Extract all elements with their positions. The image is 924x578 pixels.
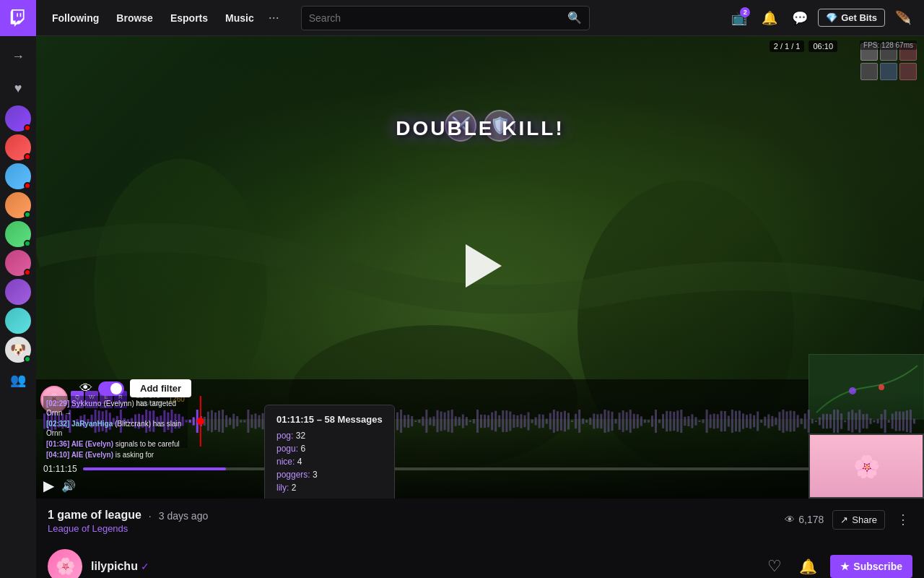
svg-rect-32	[131, 418, 133, 424]
svg-rect-132	[494, 411, 497, 432]
svg-rect-180	[669, 411, 671, 431]
svg-rect-188	[699, 420, 701, 422]
svg-rect-135	[505, 410, 507, 432]
share-button[interactable]: ↗ Share	[832, 510, 885, 530]
play-button[interactable]	[451, 237, 509, 298]
svg-rect-152	[567, 413, 570, 429]
verified-badge: ✓	[141, 561, 149, 572]
play-pause-btn[interactable]: ▶	[43, 477, 54, 494]
svg-rect-236	[873, 420, 876, 422]
sidebar-avatar-8[interactable]	[5, 308, 31, 334]
svg-rect-110	[414, 420, 417, 422]
svg-rect-44	[175, 414, 177, 429]
streamer-info: lilypichu ✓	[91, 560, 754, 573]
svg-rect-15	[69, 410, 71, 433]
svg-rect-9	[47, 413, 49, 430]
svg-rect-157	[585, 420, 588, 423]
nav-esports[interactable]: Esports	[163, 8, 215, 28]
svg-rect-174	[648, 420, 650, 422]
svg-rect-156	[582, 418, 584, 424]
svg-rect-241	[892, 414, 894, 429]
sidebar-avatar-7[interactable]	[5, 279, 31, 305]
user-avatar-btn[interactable]: 🪶	[891, 6, 915, 30]
svg-rect-31	[127, 419, 129, 423]
volume-btn[interactable]: 🔊	[61, 479, 76, 493]
filter-toggle[interactable]	[98, 381, 124, 396]
eye-icon[interactable]: 👁	[79, 381, 92, 396]
streamer-name[interactable]: lilypichu	[91, 560, 138, 573]
live-indicator-1	[24, 124, 31, 131]
svg-rect-178	[662, 414, 664, 428]
svg-rect-126	[473, 419, 475, 423]
notifications-btn[interactable]: 🔔	[757, 6, 782, 30]
svg-rect-28	[116, 416, 118, 427]
svg-rect-122	[458, 417, 461, 426]
add-filter-button[interactable]: Add filter	[130, 379, 191, 397]
svg-rect-119	[448, 410, 450, 432]
video-game-tag[interactable]: League of Legends	[48, 523, 128, 534]
svg-marker-4	[466, 244, 502, 288]
sidebar-expand-btn[interactable]: →	[4, 42, 32, 71]
svg-rect-203	[753, 415, 755, 428]
whispers-btn[interactable]: 💬	[788, 6, 812, 30]
svg-rect-33	[134, 414, 136, 428]
sidebar-avatar-7-wrap	[5, 279, 31, 305]
bell-button[interactable]: 🔔	[795, 553, 821, 578]
svg-rect-137	[513, 415, 515, 428]
hud-fps: FPS: 128 67ms	[860, 40, 917, 50]
svg-rect-127	[476, 410, 479, 433]
sidebar-following-btn[interactable]: ♥	[4, 74, 32, 103]
more-options-btn[interactable]: ⋮	[894, 509, 912, 530]
svg-rect-26	[109, 413, 111, 429]
nav-music[interactable]: Music	[218, 8, 261, 28]
waveform-visualization[interactable]	[43, 396, 917, 447]
subscribe-button[interactable]: ★ Subscribe	[830, 555, 912, 578]
svg-rect-189	[702, 419, 705, 423]
progress-bar[interactable]	[83, 467, 878, 470]
svg-rect-60	[232, 414, 235, 429]
nav-more[interactable]: ···	[264, 6, 284, 30]
expand-icon: →	[12, 49, 25, 64]
prime-icon-btn[interactable]: 📺 2	[727, 6, 751, 30]
svg-rect-39	[156, 417, 158, 426]
svg-rect-11	[54, 413, 56, 429]
twitch-logo[interactable]	[0, 0, 36, 36]
streamer-row: 🌸 lilypichu ✓ ♡ 🔔 ★ Subscribe	[36, 542, 924, 578]
svg-rect-158	[589, 418, 591, 425]
svg-rect-221	[819, 418, 821, 426]
video-game-link[interactable]: League of Legends	[48, 522, 208, 535]
svg-rect-238	[881, 414, 883, 428]
svg-rect-138	[516, 415, 518, 427]
search-icon: 🔍	[567, 11, 582, 25]
svg-rect-234	[866, 414, 868, 428]
svg-rect-179	[666, 411, 668, 431]
sidebar-avatar-9-wrap: 🐶	[5, 337, 31, 363]
eye-icon-views: 👁	[785, 514, 795, 525]
notification-badge: 2	[740, 7, 750, 17]
online-indicator-5	[24, 240, 31, 247]
svg-rect-198	[735, 411, 737, 432]
bits-icon: 💎	[826, 12, 837, 23]
sidebar-group-btn[interactable]: 👥	[4, 366, 32, 394]
search-bar[interactable]: 🔍	[301, 6, 590, 30]
svg-rect-193	[717, 414, 719, 428]
nav-browse[interactable]: Browse	[109, 8, 160, 28]
champ-icon-6	[899, 63, 917, 80]
svg-rect-113	[425, 410, 427, 433]
get-bits-button[interactable]: 💎 Get Bits	[818, 9, 885, 27]
hud-score: 2 / 1 / 1	[770, 40, 805, 52]
champ-icon-5	[880, 63, 897, 80]
svg-rect-164	[611, 412, 614, 431]
svg-rect-171	[637, 414, 639, 428]
chat-line-4: [04:10] AIE (Evelyn) is asking for assis…	[46, 450, 185, 461]
nav-following[interactable]: Following	[45, 8, 106, 28]
heart-button[interactable]: ♡	[763, 553, 786, 578]
svg-rect-19	[83, 415, 85, 428]
streamer-avatar[interactable]: 🌸	[48, 549, 82, 578]
search-input[interactable]	[309, 12, 567, 24]
svg-rect-168	[626, 412, 628, 430]
sidebar-avatar-3-wrap	[5, 163, 31, 189]
progress-fill	[83, 467, 226, 470]
svg-rect-146	[546, 418, 548, 423]
svg-rect-149	[557, 411, 559, 431]
